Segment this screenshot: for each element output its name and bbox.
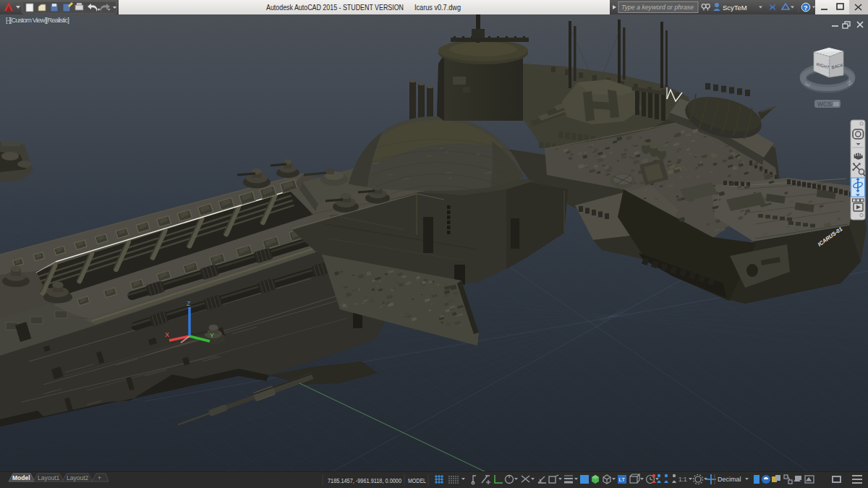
- svg-text:Decimal: Decimal: [718, 476, 741, 483]
- svg-text:LT: LT: [619, 476, 626, 483]
- svg-text:Layout2: Layout2: [67, 474, 89, 481]
- svg-text:Autodesk AutoCAD 2015 - STUDEN: Autodesk AutoCAD 2015 - STUDENT VERSION: [266, 3, 404, 12]
- svg-text:Z: Z: [187, 300, 191, 307]
- svg-text:X: X: [165, 331, 169, 338]
- svg-text:Icarus v0.7.dwg: Icarus v0.7.dwg: [414, 3, 461, 12]
- svg-text:Layout1: Layout1: [38, 474, 60, 481]
- svg-text:MODEL: MODEL: [408, 477, 426, 484]
- svg-text:1:1: 1:1: [678, 476, 687, 483]
- svg-text:?: ?: [804, 4, 808, 12]
- svg-text:ScyTeM: ScyTeM: [723, 4, 747, 12]
- svg-text:Type a keyword or phrase: Type a keyword or phrase: [621, 4, 694, 11]
- svg-text:Y: Y: [210, 332, 214, 339]
- svg-text:Model: Model: [12, 474, 30, 481]
- svg-text:7185.1457, -9961.9118, 0.0000: 7185.1457, -9961.9118, 0.0000: [328, 477, 401, 484]
- svg-text:[-][Custom View][Realistic]: [-][Custom View][Realistic]: [6, 16, 69, 24]
- svg-text:+: +: [98, 474, 101, 481]
- svg-text:WCS: WCS: [817, 100, 832, 108]
